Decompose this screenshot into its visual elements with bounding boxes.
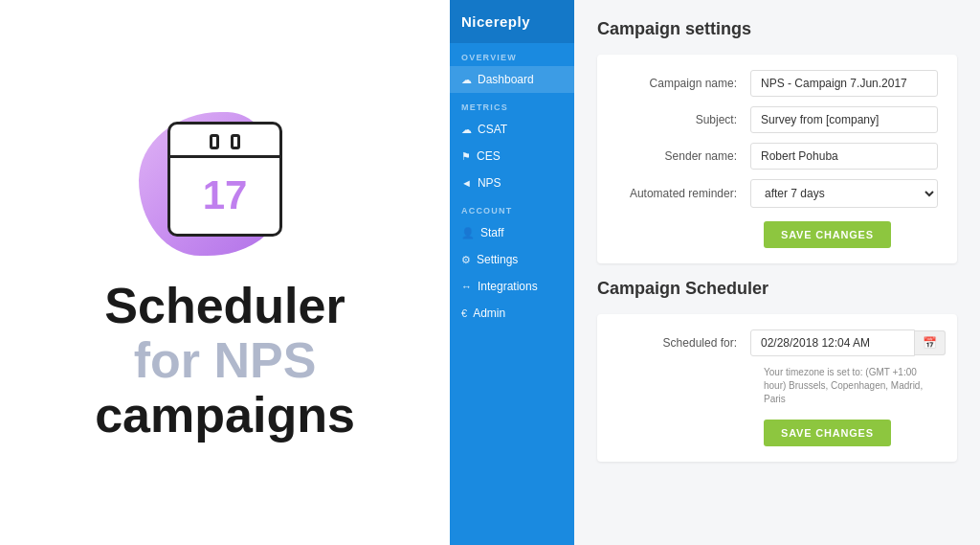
sidebar-item-staff[interactable]: 👤 Staff [450,219,574,246]
sidebar-section-account: ACCOUNT [450,196,574,219]
sidebar-item-nps[interactable]: ◄ NPS [450,170,574,196]
scheduled-for-label: Scheduled for: [616,336,750,350]
sidebar-item-label: Staff [480,226,503,239]
calendar-illustration: 17 [148,102,301,256]
calendar-pin-left [210,134,219,149]
campaign-settings-title: Campaign settings [597,19,957,39]
sender-name-row: Sender name: [616,143,938,170]
sidebar-item-ces[interactable]: ⚑ CES [450,143,574,170]
main-content: Campaign settings Campaign name: Subject… [574,0,980,545]
sidebar-item-csat[interactable]: ☁ CSAT [450,116,574,143]
campaign-settings-form: Campaign name: Subject: Sender name: Aut… [597,55,957,263]
right-panel: Nicereply OVERVIEW ☁ Dashboard METRICS ☁… [450,0,980,545]
calendar-picker-button[interactable]: 📅 [915,330,946,355]
campaign-name-input[interactable] [750,70,938,97]
sidebar-item-label: CSAT [478,123,507,136]
sidebar-item-label: CES [477,149,501,163]
calendar-header [170,125,279,158]
scheduled-datetime-input[interactable] [750,329,915,356]
subject-label: Subject: [616,113,750,126]
sidebar-section-overview: OVERVIEW [450,43,574,66]
scheduled-for-row: Scheduled for: 📅 [616,329,938,356]
settings-icon: ⚙ [461,254,471,266]
campaign-name-row: Campaign name: [616,70,938,97]
automated-reminder-label: Automated reminder: [616,187,750,200]
timezone-note: Your timezone is set to: (GMT +1:00 hour… [764,366,938,406]
admin-icon: € [461,307,467,319]
sidebar-logo: Nicereply [450,0,574,43]
campaign-scheduler-title: Campaign Scheduler [597,279,957,299]
staff-icon: 👤 [461,227,475,239]
sidebar-item-settings[interactable]: ⚙ Settings [450,246,574,273]
sidebar-item-dashboard[interactable]: ☁ Dashboard [450,66,574,93]
sidebar-item-label: NPS [478,176,501,190]
campaign-scheduler-save-button[interactable]: SAVE CHANGES [764,420,891,446]
automated-reminder-row: Automated reminder: after 7 days after 3… [616,179,938,208]
ces-icon: ⚑ [461,150,471,163]
subject-row: Subject: [616,106,938,133]
dashboard-icon: ☁ [461,74,472,86]
campaign-name-label: Campaign name: [616,77,750,90]
sidebar-item-admin[interactable]: € Admin [450,300,574,327]
datetime-wrapper: 📅 [750,329,946,356]
csat-icon: ☁ [461,124,472,136]
calendar-pin-right [231,134,240,149]
calendar-day-number: 17 [203,172,248,218]
automated-reminder-select[interactable]: after 7 days after 3 days after 14 days … [750,179,938,208]
hero-title: Scheduler for NPS campaigns [95,279,355,443]
hero-text: Scheduler for NPS campaigns [95,279,355,443]
sidebar-item-label: Admin [473,307,505,320]
calendar-icon: 17 [167,122,282,237]
sidebar-section-metrics: METRICS [450,93,574,116]
sidebar-item-label: Integrations [478,280,538,293]
sidebar-item-label: Dashboard [478,73,534,86]
sidebar-item-label: Settings [477,253,518,266]
sender-name-input[interactable] [750,143,938,170]
campaign-scheduler-form: Scheduled for: 📅 Your timezone is set to… [597,314,957,462]
calendar-body: 17 [170,158,279,234]
hero-section: 17 Scheduler for NPS campaigns [0,0,450,545]
integrations-icon: ↔ [461,281,472,292]
sidebar-item-integrations[interactable]: ↔ Integrations [450,273,574,300]
subject-input[interactable] [750,106,938,133]
nps-icon: ◄ [461,177,472,189]
sender-name-label: Sender name: [616,149,750,163]
sidebar: Nicereply OVERVIEW ☁ Dashboard METRICS ☁… [450,0,574,545]
campaign-settings-save-button[interactable]: SAVE CHANGES [764,221,891,248]
